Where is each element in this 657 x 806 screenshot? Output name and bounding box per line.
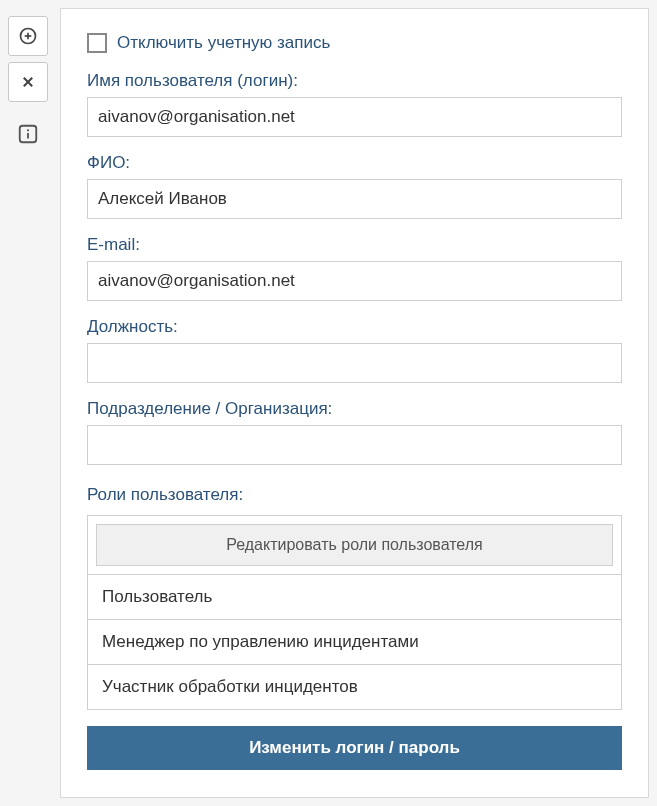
side-toolbar [8, 8, 48, 798]
svg-point-6 [27, 129, 29, 131]
add-button[interactable] [8, 16, 48, 56]
plus-circle-icon [18, 26, 38, 46]
user-form-panel: Отключить учетную запись Имя пользовател… [60, 8, 649, 798]
position-label: Должность: [87, 317, 622, 337]
info-indicator [8, 114, 48, 154]
fullname-label: ФИО: [87, 153, 622, 173]
edit-roles-label: Редактировать роли пользователя [226, 536, 482, 554]
edit-roles-button[interactable]: Редактировать роли пользователя [96, 524, 613, 566]
info-icon [17, 123, 39, 145]
role-item: Пользователь [88, 574, 621, 619]
position-input[interactable] [87, 343, 622, 383]
close-icon [18, 72, 38, 92]
fullname-field-group: ФИО: [87, 153, 622, 219]
position-field-group: Должность: [87, 317, 622, 383]
change-login-button[interactable]: Изменить логин / пароль [87, 726, 622, 770]
roles-section: Роли пользователя: Редактировать роли по… [87, 485, 622, 710]
role-item: Участник обработки инцидентов [88, 664, 621, 709]
username-field-group: Имя пользователя (логин): [87, 71, 622, 137]
department-input[interactable] [87, 425, 622, 465]
roles-container: Редактировать роли пользователя Пользова… [87, 515, 622, 710]
email-field-group: E-mail: [87, 235, 622, 301]
department-field-group: Подразделение / Организация: [87, 399, 622, 465]
change-login-label: Изменить логин / пароль [249, 738, 460, 757]
email-label: E-mail: [87, 235, 622, 255]
disable-account-checkbox[interactable] [87, 33, 107, 53]
close-button[interactable] [8, 62, 48, 102]
email-input[interactable] [87, 261, 622, 301]
role-item: Менеджер по управлению инцидентами [88, 619, 621, 664]
username-label: Имя пользователя (логин): [87, 71, 622, 91]
fullname-input[interactable] [87, 179, 622, 219]
username-input[interactable] [87, 97, 622, 137]
disable-account-row: Отключить учетную запись [87, 33, 622, 53]
disable-account-label: Отключить учетную запись [117, 33, 330, 53]
roles-label: Роли пользователя: [87, 485, 622, 505]
department-label: Подразделение / Организация: [87, 399, 622, 419]
